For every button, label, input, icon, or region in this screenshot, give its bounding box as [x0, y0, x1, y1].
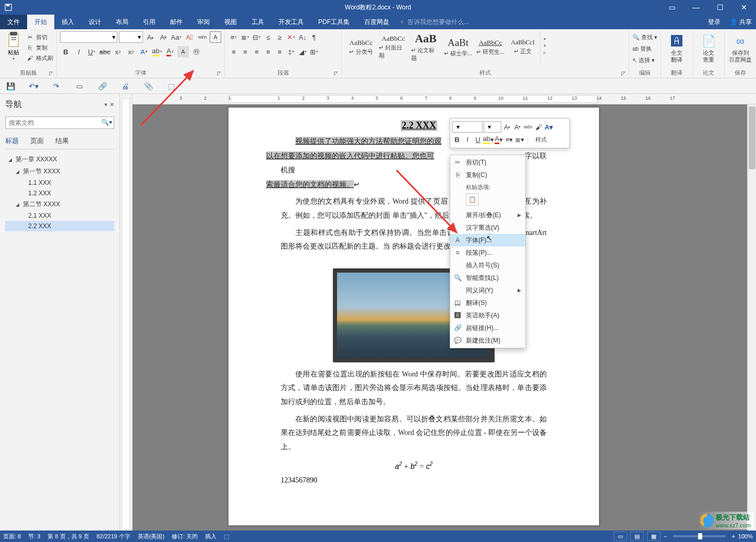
font-name-combo[interactable]: ▾	[60, 31, 117, 43]
ctx-smart-lookup[interactable]: 🔍智能查找(L)	[450, 272, 525, 284]
distribute-icon[interactable]: ≡	[274, 46, 285, 57]
status-section[interactable]: 节: 3	[28, 533, 40, 540]
mini-format-painter-icon[interactable]: 🖌	[534, 121, 543, 133]
borders-icon[interactable]: ⊞▾	[308, 46, 320, 57]
multilevel-list-icon[interactable]: ⊟▾	[251, 31, 262, 43]
ctx-copy[interactable]: ⎘复制(C)	[450, 169, 525, 181]
mini-shrink-font-icon[interactable]: A▾	[513, 121, 522, 133]
format-painter-button[interactable]: 🖌格式刷	[26, 53, 53, 63]
subscript-button[interactable]: x2	[112, 46, 124, 57]
qat-icon[interactable]: ▭	[73, 80, 86, 92]
nav-node[interactable]: 2.1 XXX	[5, 210, 114, 221]
shrink-font-icon[interactable]: A▾	[158, 31, 169, 43]
find-button[interactable]: 🔍查找▾	[632, 32, 657, 42]
shading-icon[interactable]: ◢▾	[297, 46, 308, 57]
italic-button[interactable]: I	[73, 46, 85, 57]
ctx-translate[interactable]: 🕮翻译(S)	[450, 297, 525, 309]
ctx-paragraph[interactable]: ≡段落(P)...	[450, 246, 525, 259]
number-list-icon[interactable]: ≣▾	[239, 31, 251, 43]
scroll-thumb[interactable]	[749, 107, 755, 169]
search-icon[interactable]: 🔍▾	[101, 119, 112, 126]
highlight-icon[interactable]: ab▾	[151, 46, 163, 57]
font-color-icon[interactable]: A▾	[164, 46, 176, 57]
align-right-icon[interactable]: ≡	[251, 46, 262, 57]
status-language[interactable]: 英语(美国)	[138, 533, 164, 540]
status-insert[interactable]: 插入	[205, 533, 217, 540]
ctx-expand-collapse[interactable]: 展开/折叠(E)▶	[450, 209, 525, 221]
search-input[interactable]	[5, 116, 114, 129]
align-center-icon[interactable]: ≡	[239, 46, 251, 57]
vertical-ruler[interactable]	[120, 94, 133, 531]
line-spacing-icon[interactable]: ‡▾	[285, 46, 297, 57]
enclose-char-icon[interactable]: ㊕	[190, 46, 202, 57]
nav-search[interactable]: 🔍▾	[5, 116, 114, 129]
phonetic-guide-icon[interactable]: wén	[197, 31, 208, 43]
ctx-cut[interactable]: ✂剪切(T)	[450, 156, 525, 169]
tab-review[interactable]: 审阅	[190, 15, 217, 29]
tab-tools[interactable]: 工具	[244, 15, 271, 29]
mini-underline-icon[interactable]: U	[473, 134, 483, 145]
text-effects-icon[interactable]: A▾	[138, 46, 150, 57]
share-button[interactable]: 👤 共享	[730, 18, 752, 27]
paragraph-launcher-icon[interactable]: ◸	[332, 69, 340, 77]
qat-icon[interactable]: 📎	[142, 80, 154, 92]
mini-phonetic-icon[interactable]: wén	[523, 121, 533, 133]
paper-check-button[interactable]: 📄 论文查重	[696, 31, 721, 63]
char-border-icon[interactable]: A	[210, 31, 221, 43]
tab-design[interactable]: 设计	[81, 15, 109, 29]
nav-node[interactable]: ◢第一章 XXXXX	[5, 154, 114, 166]
save-icon[interactable]	[4, 3, 13, 11]
status-extra-icon[interactable]: ⬚	[224, 533, 229, 540]
select-button[interactable]: ↖选择▾	[632, 55, 657, 65]
tab-baidu[interactable]: 百度网盘	[357, 15, 397, 29]
ctx-symbol[interactable]: 插入符号(S)	[450, 259, 525, 272]
style-item[interactable]: AaB↵ 论文标题	[410, 31, 442, 63]
tab-pdf[interactable]: PDF工具集	[311, 15, 357, 29]
ctx-hyperlink[interactable]: 🔗超链接(H)...	[450, 322, 525, 334]
tab-references[interactable]: 引用	[136, 15, 163, 29]
ctx-hanzi[interactable]: 汉字重选(V)	[450, 221, 525, 234]
styles-gallery[interactable]: AaBbCc↵ 分类号 AaBbCc↵ 封面日期 AaB↵ 论文标题 AaBt↵…	[345, 31, 548, 63]
mini-font-color-icon[interactable]: A▾	[494, 134, 503, 145]
ctx-eng-assist[interactable]: 🅰英语助手(A)	[450, 309, 525, 322]
mini-grow-font-icon[interactable]: A▴	[502, 121, 512, 133]
nav-node-selected[interactable]: 2.2 XXX	[5, 221, 114, 231]
close-button[interactable]: ✕	[732, 0, 756, 15]
maximize-button[interactable]: ☐	[708, 0, 732, 15]
nav-tab-pages[interactable]: 页面	[30, 136, 44, 146]
qat-icon[interactable]: 🔗	[96, 80, 109, 92]
show-marks-icon[interactable]: ¶	[308, 31, 320, 43]
justify-icon[interactable]: ≡	[262, 46, 274, 57]
status-words[interactable]: 82/2219 个字	[97, 533, 130, 540]
mini-styles-label[interactable]: 样式	[527, 136, 550, 144]
strikethrough-button[interactable]: abc	[99, 46, 111, 57]
styles-more-button[interactable]: ▴▾≡	[540, 31, 548, 63]
styles-launcher-icon[interactable]: ◸	[620, 69, 627, 77]
style-item[interactable]: AaBbCc↵ 封面日期	[377, 31, 410, 63]
mini-highlight-icon[interactable]: ab▾	[484, 134, 493, 145]
mini-bold-icon[interactable]: B	[452, 134, 462, 145]
replace-button[interactable]: ab替换	[632, 43, 657, 54]
nav-node[interactable]: ◢第二节 XXXX	[5, 198, 114, 210]
web-layout-icon[interactable]: ▦	[647, 532, 661, 541]
change-case-icon[interactable]: Aa▾	[171, 31, 182, 43]
ribbon-display-icon[interactable]: ▭	[660, 0, 684, 15]
clear-format-icon[interactable]: Aͯ	[184, 31, 195, 43]
tab-insert[interactable]: 插入	[54, 15, 81, 29]
style-item[interactable]: AaBbCc↵ 研究生...	[474, 31, 507, 63]
mini-styles-icon[interactable]: A▾	[544, 121, 554, 133]
mini-font-combo[interactable]: ▾	[452, 121, 483, 133]
tab-developer[interactable]: 开发工具	[271, 15, 311, 29]
tab-view[interactable]: 视图	[217, 15, 244, 29]
paste-button[interactable]: 粘贴 ▾	[3, 31, 24, 61]
redo-icon[interactable]: ↷	[50, 80, 63, 92]
align-left-icon[interactable]: ≡	[228, 46, 239, 57]
full-translate-button[interactable]: 🅰 全文翻译	[664, 31, 689, 63]
decrease-indent-icon[interactable]: ≤	[262, 31, 274, 43]
paste-keep-source-icon[interactable]: 📋	[466, 193, 478, 206]
mini-numbering-icon[interactable]: ≣▾	[515, 134, 524, 145]
print-layout-icon[interactable]: ▤	[630, 532, 644, 541]
status-page-of[interactable]: 第 8 页，共 9 页	[47, 533, 89, 540]
vertical-scrollbar[interactable]	[747, 104, 756, 531]
zoom-level[interactable]: 100%	[738, 533, 753, 539]
